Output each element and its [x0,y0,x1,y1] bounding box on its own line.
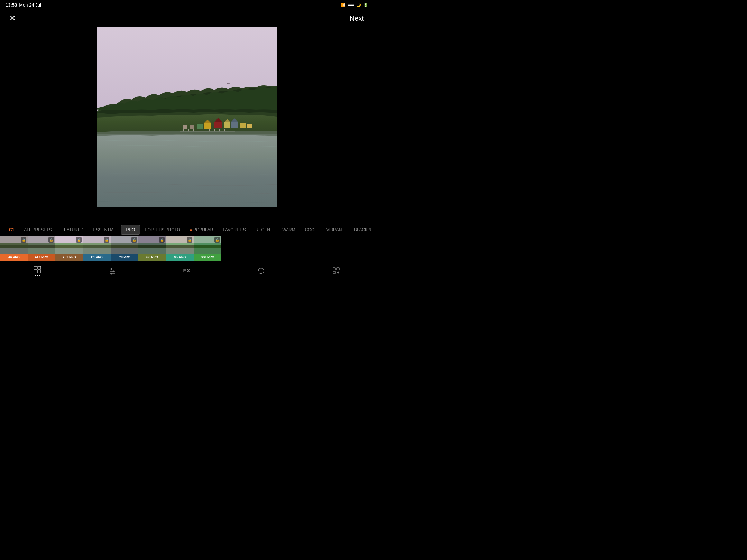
export-icon [332,267,340,275]
preset-label-c8: C8 PRO [111,254,138,261]
svg-rect-6 [224,122,230,128]
lock-icon-c1: 🔒 [104,237,109,243]
status-bar: 13:53 Mon 24 Jul 📶 ●●● 🌙 🔋 [0,0,374,10]
signal-icon: ●●● [348,3,354,7]
preset-label-al1: AL1 PRO [28,254,55,261]
popular-dot [190,229,192,231]
preset-label-ss1: SS1 PRO [194,254,221,261]
history-icon [257,267,265,275]
svg-rect-14 [247,124,252,128]
filter-tab-blackwhite[interactable]: BLACK & WHITE [349,225,374,234]
photo-container [97,27,277,207]
lock-icon-al3: 🔒 [76,237,82,243]
svg-rect-58 [194,248,221,254]
dot1 [35,275,36,276]
filter-tab-all[interactable]: ALL PRESETS [19,225,56,234]
svg-rect-57 [194,245,221,248]
lock-icon-c8: 🔒 [131,237,137,243]
preset-m5[interactable]: 🔒 M5 PRO [166,236,194,261]
preset-label-al3: AL3 PRO [55,254,83,261]
toolbar-presets[interactable] [28,264,47,277]
preset-thumb-c1: 🔒 [83,236,111,254]
lock-icon-al1: 🔒 [48,237,54,243]
svg-rect-49 [138,245,166,248]
svg-rect-69 [333,268,335,270]
filter-tab-recent[interactable]: RECENT [251,225,277,234]
svg-rect-9 [231,122,238,128]
preset-label-a6: A6 PRO [0,254,28,261]
preset-thumb-ss1: 🔒 [194,236,221,254]
svg-rect-8 [197,124,203,129]
preset-thumbnails: 🔒 A6 PRO 🔒 AL1 PRO 🔒 AL3 PRO [0,236,374,261]
svg-rect-54 [166,248,194,254]
preset-thumb-m5: 🔒 [166,236,194,254]
toolbar-adjust[interactable] [103,265,122,276]
wifi-icon: 📶 [341,3,346,7]
filter-tab-pro[interactable]: PRO [121,225,140,235]
presets-dots [35,275,40,276]
svg-rect-62 [38,270,41,273]
preset-thumb-g6: 🔒 [138,236,166,254]
dot2 [37,275,38,276]
preset-c8[interactable]: 🔒 C8 PRO [111,236,138,261]
svg-rect-70 [337,268,339,270]
svg-rect-13 [240,123,246,128]
battery-icon: 🔋 [363,3,368,7]
svg-rect-11 [190,125,194,129]
filter-tab-cool[interactable]: COOL [300,225,322,234]
preset-label-m5: M5 PRO [166,254,194,261]
preset-ss1[interactable]: 🔒 SS1 PRO [194,236,221,261]
preset-g6[interactable]: 🔒 G6 PRO [138,236,166,261]
svg-point-64 [110,268,112,270]
filter-tab-forthis[interactable]: FOR THIS PHOTO [140,225,185,234]
svg-rect-71 [333,271,335,274]
svg-rect-41 [83,245,111,248]
status-time: 13:53 [6,2,17,8]
preset-a6[interactable]: 🔒 A6 PRO [0,236,28,261]
preset-label-c1: C1 PRO [83,254,111,261]
close-icon: ✕ [9,15,16,22]
adjust-icon [108,267,117,275]
toolbar-export[interactable] [326,265,346,276]
svg-rect-37 [55,245,83,248]
svg-rect-61 [34,270,37,273]
filter-tab-vibrant[interactable]: VIBRANT [322,225,349,234]
svg-rect-42 [83,248,111,254]
filter-tab-favorites[interactable]: FAVORITES [218,225,250,234]
lock-icon-ss1: 🔒 [214,237,220,243]
filter-tab-essential[interactable]: ESSENTIAL [88,225,121,234]
preset-thumb-al1: 🔒 [28,236,55,254]
svg-rect-34 [28,248,55,254]
filter-tab-popular[interactable]: POPULAR [185,225,218,234]
dot3 [39,275,40,276]
filter-tab-featured[interactable]: FEATURED [57,225,89,234]
preset-thumb-al3: 🔒 [55,236,83,254]
svg-rect-30 [0,248,28,254]
svg-rect-50 [138,248,166,254]
svg-rect-45 [111,245,138,248]
preset-al3[interactable]: 🔒 AL3 PRO [55,236,83,261]
toolbar-history[interactable] [251,265,271,276]
svg-rect-29 [0,245,28,248]
svg-rect-59 [34,266,37,269]
lock-icon-g6: 🔒 [159,237,165,243]
svg-rect-38 [55,248,83,254]
photo [97,27,277,207]
svg-rect-46 [111,248,138,254]
filter-tab-c1[interactable]: C1 [4,225,19,234]
preset-label-g6: G6 PRO [138,254,166,261]
close-button[interactable]: ✕ [7,13,18,24]
preset-c1[interactable]: 🔒 C1 PRO [83,236,111,261]
toolbar-fx[interactable]: FX [177,266,196,275]
next-button[interactable]: Next [347,13,367,24]
top-bar: ✕ Next [0,10,374,27]
svg-point-66 [112,270,114,272]
presets-icon [33,265,42,274]
svg-rect-2 [214,122,222,128]
lock-icon-m5: 🔒 [187,237,192,243]
status-icons: 📶 ●●● 🌙 🔋 [341,3,368,7]
filter-tab-warm[interactable]: WARM [277,225,300,234]
svg-rect-33 [28,245,55,248]
svg-rect-26 [97,134,277,207]
preset-al1[interactable]: 🔒 AL1 PRO [28,236,55,261]
